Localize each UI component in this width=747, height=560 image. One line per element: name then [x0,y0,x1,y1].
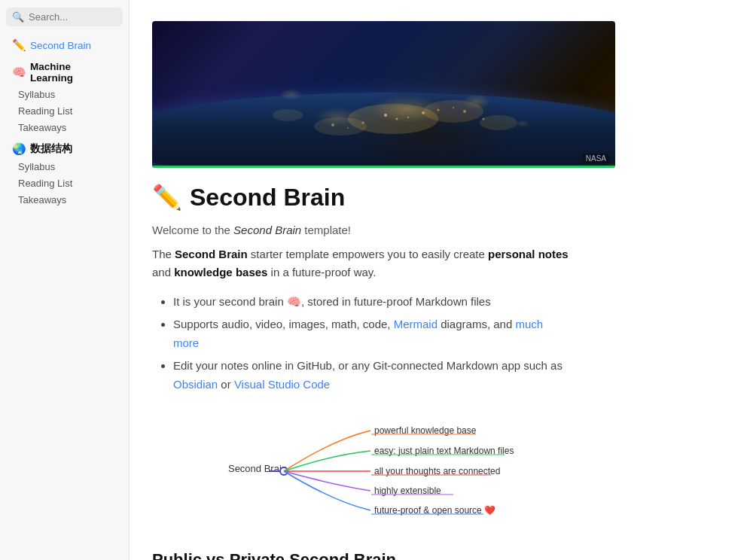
sidebar-item-ds-reading-list[interactable]: Reading List [3,175,126,191]
city-lights-svg [152,21,615,168]
sidebar-item-ml-reading-list[interactable]: Reading List [3,103,126,119]
pencil-icon: ✏️ [12,38,26,52]
intro-text-suffix: template! [301,224,351,236]
svg-point-5 [384,114,387,117]
nasa-label: NASA [583,154,609,163]
body1-prefix: The [152,248,175,260]
svg-text:Second Brain: Second Brain [228,463,287,474]
svg-point-14 [347,127,349,129]
svg-point-12 [483,118,485,120]
sidebar-sub-label: Syllabus [18,161,55,172]
svg-point-3 [480,115,517,130]
sidebar-item-second-brain[interactable]: ✏️ Second Brain [3,36,126,54]
body1-suffix2: in a future-proof way. [267,266,376,278]
much-more-link[interactable]: muchmore [173,318,543,350]
body1-suffix1: and [152,266,174,278]
svg-point-4 [273,109,303,121]
sidebar-item-ml-syllabus[interactable]: Syllabus [3,87,126,102]
list-item-text: Supports audio, video, images, math, cod… [173,318,543,350]
sidebar-item-machine-learning[interactable]: 🧠 MachineLearning [3,59,126,86]
svg-point-13 [362,122,364,124]
list-item-text: It is your second brain 🧠, stored in fut… [173,295,491,308]
hero-image-wrapper: NASA [130,0,747,168]
sidebar-item-label: 数据结构 [30,142,72,156]
page-title: ✏️ Second Brain [152,183,581,212]
body1-middle: starter template empowers you to easily … [248,248,488,260]
search-input[interactable] [29,11,130,23]
sidebar-item-label: MachineLearning [30,61,73,84]
sidebar-item-ds-takeaways[interactable]: Takeaways [3,192,126,208]
sidebar: 🔍 / ✏️ Second Brain 🧠 MachineLearning Sy… [0,0,130,560]
sidebar-item-data-structures[interactable]: 🌏 数据结构 [3,140,126,158]
title-icon: ✏️ [152,183,182,212]
content-area: ✏️ Second Brain Welcome to the Second Br… [130,168,604,560]
svg-point-8 [422,111,425,114]
section-title: Public vs Private Second Brain [152,550,581,561]
brain-icon: 🧠 [12,65,26,79]
list-item: It is your second brain 🧠, stored in fut… [173,292,581,312]
sidebar-item-label: Second Brain [30,40,91,51]
diagram-container: Second Brain powerful knowledge base eas… [152,409,581,532]
sidebar-sub-label: Takeaways [18,194,66,205]
sidebar-sub-label: Takeaways [18,122,66,133]
intro-italic: Second Brain [233,224,301,236]
svg-point-15 [331,123,334,126]
sidebar-sub-label: Reading List [18,178,72,189]
svg-point-9 [438,109,440,111]
list-item: Supports audio, video, images, math, cod… [173,315,581,353]
body-paragraph-1: The Second Brain starter template empowe… [152,245,581,282]
vscode-link[interactable]: Visual Studio Code [234,378,330,391]
list-item: Edit your notes online in GitHub, or any… [173,356,581,394]
green-line [152,166,615,168]
svg-point-10 [453,107,454,108]
obsidian-link[interactable]: Obsidian [173,378,218,391]
sidebar-item-ml-takeaways[interactable]: Takeaways [3,120,126,135]
body1-bold2: personal notes [488,248,569,260]
body1-bold3: knowledge bases [174,266,267,278]
svg-point-6 [396,118,398,120]
svg-point-7 [407,117,409,118]
sidebar-sub-label: Reading List [18,105,72,117]
search-icon: 🔍 [12,11,24,23]
feature-list: It is your second brain 🧠, stored in fut… [152,292,581,394]
svg-point-2 [314,117,367,135]
hero-image: NASA [152,21,615,168]
intro-paragraph: Welcome to the Second Brain template! [152,224,581,236]
title-text: Second Brain [190,184,345,212]
mind-map-svg: Second Brain powerful knowledge base eas… [152,417,529,522]
mermaid-link[interactable]: Mermaid [394,318,438,330]
globe-icon: 🌏 [12,142,26,156]
svg-point-11 [463,110,466,113]
list-item-text: Edit your notes online in GitHub, or any… [173,359,563,391]
body1-bold1: Second Brain [175,248,248,260]
svg-point-1 [423,100,483,123]
search-bar[interactable]: 🔍 / [6,8,123,26]
intro-text-prefix: Welcome to the [152,224,233,236]
sidebar-item-ds-syllabus[interactable]: Syllabus [3,159,126,175]
sidebar-sub-label: Syllabus [18,89,55,100]
sidebar-section-top: ✏️ Second Brain 🧠 MachineLearning Syllab… [0,32,129,212]
main-content: NASA ✏️ Second Brain Welcome to the Seco… [130,0,747,560]
